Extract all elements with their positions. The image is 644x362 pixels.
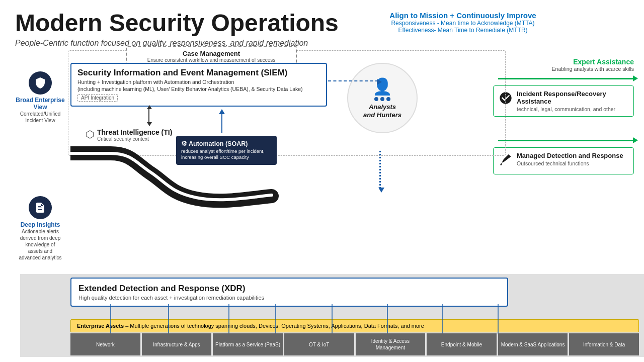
mdr-box: Managed Detection and Response Outsource…	[493, 147, 634, 174]
subtitle: People-Centric function focused on quali…	[15, 39, 629, 48]
left-icon-deep: Deep Insights Actionable alerts derived …	[15, 196, 65, 261]
ir-icon	[499, 91, 513, 108]
ir-box: Incident Response/Recovery Assistance te…	[493, 85, 634, 117]
tile-infra: Infrastructure & Apps	[142, 333, 212, 355]
align-line1: Responsiveness - Mean time to Acknowledg…	[292, 20, 634, 27]
broad-sublabel: Correlated/UnifiedIncident View	[20, 111, 61, 124]
case-mgmt-sub: Ensure consistent workflow and measureme…	[133, 57, 290, 63]
xdr-box: Extended Detection and Response (XDR) Hi…	[70, 278, 508, 307]
mdr-arrow-row	[493, 140, 634, 141]
align-title: Align to Mission + Continuously Improve	[292, 11, 634, 20]
spacer	[493, 121, 634, 136]
enterprise-bar: Enterprise Assets – Multiple generations…	[70, 319, 639, 332]
siem-sub1: Hunting + Investigation platform with Au…	[77, 79, 320, 85]
document-icon	[29, 196, 52, 219]
xdr-sub: High quality detection for each asset + …	[78, 295, 500, 301]
siem-title: Security Information and Event Managemen…	[77, 68, 320, 78]
mdr-title: Managed Detection and Response	[517, 152, 623, 159]
soar-up-arrowhead	[219, 109, 225, 114]
expert-sub: Enabling analysts with scarce skills	[493, 66, 634, 72]
tile-saas: Modern & SaaS Applications	[498, 333, 568, 355]
asset-tiles: Network Infrastructure & Apps Platform a…	[70, 333, 639, 355]
ir-title: Incident Response/Recovery Assistance	[517, 90, 628, 105]
ti-sub: Critical security context	[97, 136, 172, 142]
deep-label: Deep Insights	[21, 221, 60, 228]
analysts-circle: 👤 Analystsand Hunters	[347, 63, 418, 133]
broad-label: Broad Enterprise View	[15, 97, 65, 111]
tile-ot-iot: OT & IoT	[284, 333, 354, 355]
enterprise-bold: Enterprise Assets	[77, 323, 124, 329]
dot1	[374, 97, 378, 101]
align-line2: Effectiveness- Mean Time to Remediate (M…	[292, 27, 634, 34]
deep-sublabel: Actionable alerts derived from deep know…	[18, 228, 63, 261]
mdr-icon	[499, 153, 513, 170]
ti-arrow	[148, 108, 149, 123]
ti-arrow-line	[148, 108, 149, 123]
mdr-text: Managed Detection and Response Outsource…	[517, 152, 623, 166]
tile-info-data: Information & Data	[569, 333, 639, 355]
ir-arrowhead	[633, 75, 638, 81]
ir-sub: technical, legal, communication, and oth…	[517, 106, 628, 112]
page: Modern Security Operations People-Centri…	[0, 0, 644, 362]
analysts-down-arrowhead	[378, 188, 384, 193]
siem-analysts-arrow	[328, 80, 378, 81]
expert-assist: Expert Assistance Enabling analysts with…	[493, 58, 634, 72]
ti-title: Threat Intelligence (TI)	[97, 128, 172, 136]
tile-iam: Identity & Access Management	[356, 333, 426, 355]
analysts-down-arrow	[379, 151, 381, 189]
diagram: Broad Enterprise View Correlated/Unified…	[15, 53, 634, 357]
api-badge: API Integration	[77, 94, 118, 102]
left-icon-broad: Broad Enterprise View Correlated/Unified…	[15, 71, 65, 124]
mdr-sub: Outsourced technical functions	[517, 160, 623, 166]
dot2	[380, 97, 384, 101]
tile-endpoint: Endpoint & Mobile	[427, 333, 497, 355]
mdr-arrowhead	[633, 137, 638, 143]
ti-icon: ⬡	[86, 128, 94, 140]
analyst-dots	[374, 97, 390, 101]
siem-box: Security Information and Event Managemen…	[70, 63, 327, 107]
xdr-title: Extended Detection and Response (XDR)	[78, 284, 500, 294]
soar-sub: reduces analyst effort/time per incident…	[181, 148, 272, 161]
ti-text: Threat Intelligence (TI) Critical securi…	[97, 128, 172, 142]
tile-network: Network	[70, 333, 140, 355]
siem-sub2: (including machine learning (ML), User/ …	[77, 86, 320, 92]
shield-icon	[29, 71, 52, 95]
ir-arrow-row	[493, 78, 634, 79]
ti-arrow-up	[147, 105, 152, 109]
case-mgmt-title: Case Management	[133, 50, 290, 57]
soar-title: ⚙ Automation (SOAR)	[181, 140, 272, 147]
ti-box: ⬡ Threat Intelligence (TI) Critical secu…	[86, 128, 172, 142]
dot3	[386, 97, 390, 101]
ir-text: Incident Response/Recovery Assistance te…	[517, 90, 628, 112]
siem-analysts-arrowhead	[377, 79, 382, 85]
enterprise-text: – Multiple generations of technology spa…	[124, 323, 424, 329]
soar-box: ⚙ Automation (SOAR) reduces analyst effo…	[176, 136, 277, 165]
ti-arrow-down	[147, 122, 152, 126]
analysts-label: Analystsand Hunters	[363, 103, 401, 119]
ir-arrow-line	[498, 78, 634, 79]
soar-up-arrow	[221, 113, 222, 133]
align-section: Align to Mission + Continuously Improve …	[292, 11, 634, 34]
expert-title: Expert Assistance	[493, 58, 634, 66]
tile-paas: Platform as a Service (PaaS)	[213, 333, 283, 355]
middle-section: Case Management Ensure consistent workfl…	[70, 53, 488, 357]
mdr-arrow-line	[498, 140, 634, 141]
